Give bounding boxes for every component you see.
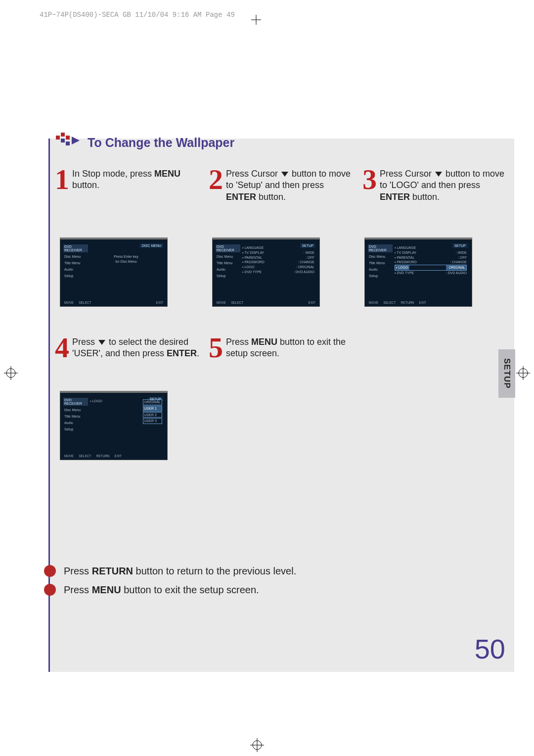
note-text: Press RETURN button to return to the pre… <box>64 566 296 577</box>
svg-rect-13 <box>61 139 65 142</box>
foot-item: SELECT <box>78 454 92 458</box>
txt: for Disc Menu <box>90 259 162 264</box>
list-item: Audio <box>216 267 240 272</box>
txt: . <box>197 348 199 358</box>
screenshots-row-2: SETUP DVD RECEIVER Disc Menu Title Menu … <box>60 391 168 460</box>
step-4: 4 Press to select the desired 'USER', an… <box>55 336 202 360</box>
step-1: 1 In Stop mode, press MENU button. <box>55 168 202 203</box>
bullet-icon <box>44 565 56 577</box>
list-item: • PASSWORD: CHANGE <box>395 260 467 265</box>
step-5: 5 Press MENU button to exit the setup sc… <box>209 336 356 360</box>
foot-item: SELECT <box>382 301 397 304</box>
brand: DVD RECEIVER <box>63 244 88 252</box>
step-text: Press Cursor button to move to 'Setup' a… <box>226 168 356 203</box>
step-number: 2 <box>209 168 223 191</box>
page-number: 50 <box>475 633 505 665</box>
bold: ENTER <box>226 192 256 202</box>
foot-item: SELECT <box>78 301 92 304</box>
screenshot-2: SETUP DVD RECEIVER Disc Menu Title Menu … <box>212 237 320 307</box>
brand: DVD RECEIVER <box>368 244 393 252</box>
list-item: Audio <box>63 421 88 425</box>
screenshot-1: DISC MENU DVD RECEIVER Disc Menu Title M… <box>60 237 168 307</box>
down-triangle-icon <box>435 172 442 177</box>
shot-sidebar: DVD RECEIVER Disc Menu Title Menu Audio … <box>63 244 88 298</box>
txt: In Stop mode, press <box>72 169 154 179</box>
txt: button. <box>256 192 286 202</box>
step-text: Press to select the desired 'USER', and … <box>72 336 202 360</box>
list-item: • DVD TYPE: DVD AUDIO <box>395 271 467 276</box>
bold: ENTER <box>380 192 410 202</box>
foot-item: EXIT <box>418 301 427 304</box>
foot-item: SELECT <box>230 301 244 304</box>
notes: Press RETURN button to return to the pre… <box>50 558 514 603</box>
shot-sidebar: DVD RECEIVER Disc Menu Title Menu Audio … <box>368 244 393 298</box>
step-text: In Stop mode, press MENU button. <box>72 168 202 191</box>
txt: Press <box>64 566 92 576</box>
svg-rect-15 <box>66 142 70 145</box>
foot-item: RETURN <box>95 454 110 458</box>
shot-sidebar: DVD RECEIVER Disc Menu Title Menu Audio … <box>216 244 240 298</box>
step-text: Press MENU button to exit the setup scre… <box>226 336 356 360</box>
list-item: • TV DISPLAY: WIDE <box>242 250 314 255</box>
note-row: Press MENU button to exit the setup scre… <box>44 584 514 596</box>
brand: DVD RECEIVER <box>216 244 240 252</box>
bold: RETURN <box>92 566 133 576</box>
txt: button. <box>72 180 99 190</box>
list-item: • PARENTAL: OFF <box>242 255 314 260</box>
foot-item: MOVE <box>63 454 75 458</box>
dots-icon <box>56 133 83 152</box>
txt: Press Cursor button to move to 'LOGO' an… <box>380 169 504 190</box>
list-item: Audio <box>63 267 88 272</box>
txt: Press Enter key <box>90 254 162 259</box>
down-triangle-icon <box>281 172 288 177</box>
foot-item: EXIT <box>308 301 316 304</box>
list-item: Disc Menu <box>63 254 88 259</box>
svg-rect-14 <box>66 136 70 140</box>
step-2: 2 Press Cursor button to move to 'Setup'… <box>209 168 356 203</box>
shot-footer: MOVE SELECT EXIT <box>216 301 316 304</box>
shot-main: • LANGUAGE• TV DISPLAY: WIDE• PARENTAL: … <box>240 244 316 298</box>
section-header: To Change the Wallpaper <box>56 133 234 152</box>
svg-rect-12 <box>61 133 65 137</box>
steps-row-2: 4 Press to select the desired 'USER', an… <box>55 336 509 360</box>
foot-item: MOVE <box>63 301 75 304</box>
step-number: 5 <box>209 336 223 359</box>
foot-item: RETURN <box>400 301 415 304</box>
txt: Press <box>64 584 92 595</box>
bold: MENU <box>92 584 121 595</box>
registration-mark-top <box>251 15 261 25</box>
txt: button. <box>410 192 440 202</box>
shot-footer: MOVE SELECT RETURN EXIT <box>63 454 164 458</box>
shot-footer: MOVE SELECT EXIT <box>63 301 164 304</box>
svg-rect-11 <box>56 136 60 140</box>
steps-row-1: 1 In Stop mode, press MENU button. 2 Pre… <box>55 168 509 203</box>
screenshot-4: SETUP DVD RECEIVER Disc Menu Title Menu … <box>60 391 168 460</box>
shot-footer: MOVE SELECT RETURN EXIT <box>368 301 469 304</box>
registration-mark-right <box>516 366 530 380</box>
screenshots-row-1: DISC MENU DVD RECEIVER Disc Menu Title M… <box>60 237 504 307</box>
shot-main: Press Enter key for Disc Menu <box>88 244 164 298</box>
txt: button to return to the previous level. <box>133 566 296 576</box>
print-header: 41P~74P(DS400)-SECA GB 11/10/04 9:16 AM … <box>40 11 235 19</box>
foot-item: MOVE <box>368 301 379 304</box>
list-item: Setup <box>216 274 240 278</box>
txt: button to exit the setup screen. <box>121 584 259 595</box>
txt: Press Cursor button to move to 'Setup' a… <box>226 169 351 190</box>
shot-sidebar: DVD RECEIVER Disc Menu Title Menu Audio … <box>63 398 88 452</box>
foot-item: EXIT <box>155 301 164 304</box>
list-item: • LOGO: ORIGINAL <box>395 265 467 271</box>
foot-item: MOVE <box>216 301 227 304</box>
list-item: • LANGUAGE <box>242 245 314 250</box>
txt: Press <box>226 337 251 347</box>
list-item: • PARENTAL: OFF <box>395 255 467 260</box>
step-3: 3 Press Cursor button to move to 'LOGO' … <box>362 168 509 203</box>
down-triangle-icon <box>98 340 105 345</box>
section-title: To Change the Wallpaper <box>88 136 234 150</box>
bullet-icon <box>44 584 56 596</box>
list-item: • DVD TYPE: DVD AUDIO <box>242 270 314 275</box>
shot-main: • LOGOORIGINALUSER 1USER 2USER 3 <box>88 398 164 452</box>
list-item: Setup <box>368 274 393 278</box>
foot-item: EXIT <box>114 454 123 458</box>
side-tab-setup: SETUP <box>498 349 515 398</box>
step-number: 4 <box>55 336 69 359</box>
